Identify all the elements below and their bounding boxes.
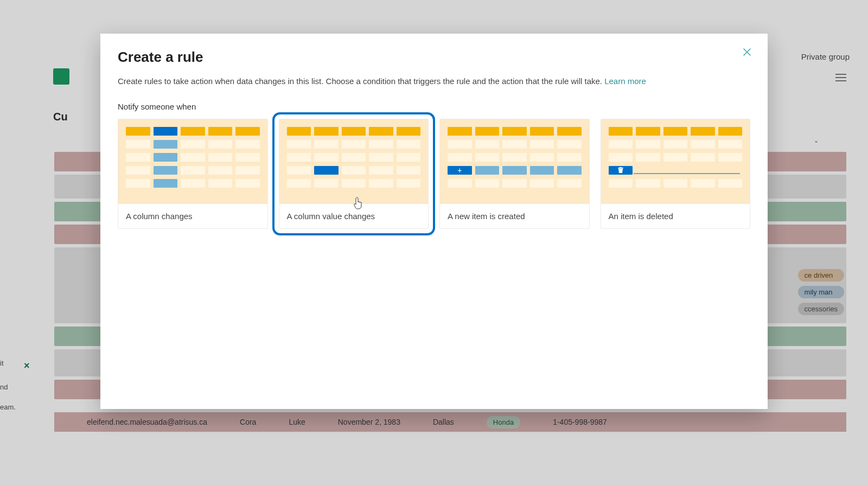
modal-overlay: Create a rule Create rules to take actio… [0,0,868,486]
strike-line [634,173,741,174]
close-icon [743,48,751,56]
card-label: A column value changes [279,204,429,223]
card-item-deleted[interactable]: An item is deleted [601,119,751,229]
dialog-title: Create a rule [118,49,750,66]
card-thumbnail [601,119,750,204]
card-thumbnail [279,119,429,204]
card-label: An item is deleted [601,204,750,223]
rule-condition-cards: A column changes A column value changes [118,119,750,229]
dialog-description: Create rules to take action when data ch… [118,76,750,86]
create-rule-dialog: Create a rule Create rules to take actio… [100,34,768,409]
section-label: Notify someone when [118,102,750,111]
card-column-value-changes[interactable]: A column value changes [279,119,429,229]
plus-icon: + [448,166,472,175]
card-thumbnail [118,119,267,204]
card-thumbnail: + [440,119,589,204]
card-label: A column changes [118,204,267,223]
card-item-created[interactable]: + A new item is created [439,119,590,229]
dialog-close-button[interactable] [739,44,755,60]
card-label: A new item is created [440,204,589,223]
trash-icon [609,166,633,175]
card-column-changes[interactable]: A column changes [118,119,268,229]
learn-more-link[interactable]: Learn more [604,76,646,86]
